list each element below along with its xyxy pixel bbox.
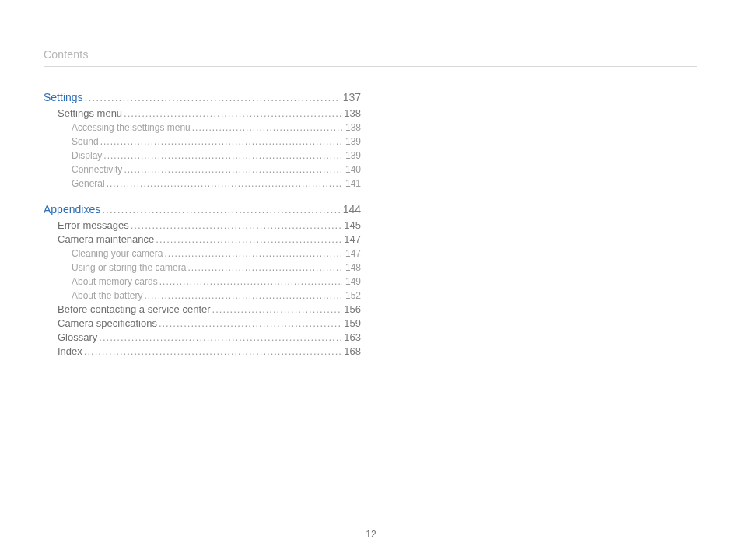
dot-leader <box>159 318 341 328</box>
toc-subitem-label: Using or storing the camera <box>72 263 186 272</box>
toc-item-camera-specs[interactable]: Camera specifications 159 <box>58 318 361 328</box>
toc-column: Settings 137 Settings menu 138 Accessing… <box>44 92 361 356</box>
dot-leader <box>100 137 342 146</box>
toc-subitem-sound[interactable]: Sound 139 <box>72 137 361 146</box>
toc-page: 163 <box>344 332 361 342</box>
toc-subitem-label: Display <box>72 151 102 160</box>
toc-page: 145 <box>344 220 361 230</box>
toc-item-label: Index <box>58 346 82 356</box>
toc-subitem-cleaning[interactable]: Cleaning your camera 147 <box>72 249 361 258</box>
dot-leader <box>124 165 342 174</box>
toc-item-camera-maintenance[interactable]: Camera maintenance 147 <box>58 234 361 244</box>
toc-page: 141 <box>345 179 361 188</box>
toc-page: 139 <box>345 151 361 160</box>
dot-leader <box>99 332 341 342</box>
toc-item-glossary[interactable]: Glossary 163 <box>58 332 361 342</box>
toc-subitem-label: Connectivity <box>72 165 122 174</box>
dot-leader <box>84 346 341 356</box>
dot-leader <box>124 108 341 118</box>
dot-leader <box>164 249 342 258</box>
toc-subitem-battery[interactable]: About the battery 152 <box>72 291 361 300</box>
toc-subitem-label: Cleaning your camera <box>72 249 163 258</box>
toc-page: 159 <box>344 318 361 328</box>
toc-item-label: Settings menu <box>58 108 122 118</box>
toc-subitem-storing[interactable]: Using or storing the camera 148 <box>72 263 361 272</box>
toc-page: 138 <box>345 123 361 132</box>
toc-section-label: Settings <box>44 92 83 103</box>
toc-item-service-center[interactable]: Before contacting a service center 156 <box>58 304 361 314</box>
toc-subitem-display[interactable]: Display 139 <box>72 151 361 160</box>
page-number: 12 <box>0 529 742 540</box>
dot-leader <box>156 234 341 244</box>
toc-page: 137 <box>343 92 361 103</box>
dot-leader <box>192 123 342 132</box>
toc-subitem-accessing[interactable]: Accessing the settings menu 138 <box>72 123 361 132</box>
toc-page: 147 <box>344 234 361 244</box>
toc-page: 148 <box>345 263 361 272</box>
dot-leader <box>103 151 342 160</box>
dot-leader <box>131 220 341 230</box>
toc-item-label: Error messages <box>58 220 129 230</box>
toc-section-label: Appendixes <box>44 204 100 215</box>
toc-page: 168 <box>344 346 361 356</box>
toc-item-label: Camera specifications <box>58 318 157 328</box>
toc-page: 140 <box>345 165 361 174</box>
toc-subitem-label: About memory cards <box>72 277 158 286</box>
toc-page: 147 <box>345 249 361 258</box>
page: Contents Settings 137 Settings menu 138 … <box>0 0 742 560</box>
dot-leader <box>159 277 342 286</box>
toc-section-appendixes[interactable]: Appendixes 144 <box>44 204 361 215</box>
dot-leader <box>144 291 342 300</box>
toc-page: 144 <box>343 204 361 215</box>
dot-leader <box>107 179 342 188</box>
toc-subitem-memory-cards[interactable]: About memory cards 149 <box>72 277 361 286</box>
toc-item-label: Camera maintenance <box>58 234 154 244</box>
dot-leader <box>187 263 342 272</box>
toc-subitem-label: Accessing the settings menu <box>72 123 191 132</box>
contents-header: Contents <box>44 48 697 67</box>
toc-page: 138 <box>344 108 361 118</box>
toc-page: 152 <box>345 291 361 300</box>
toc-page: 149 <box>345 277 361 286</box>
toc-item-label: Before contacting a service center <box>58 304 211 314</box>
toc-subitem-label: General <box>72 179 105 188</box>
toc-subitem-label: About the battery <box>72 291 142 300</box>
toc-section-settings[interactable]: Settings 137 <box>44 92 361 103</box>
toc-subitem-label: Sound <box>72 137 99 146</box>
toc-subitem-connectivity[interactable]: Connectivity 140 <box>72 165 361 174</box>
toc-item-index[interactable]: Index 168 <box>58 346 361 356</box>
dot-leader <box>102 204 339 215</box>
toc-page: 139 <box>345 137 361 146</box>
toc-page: 156 <box>344 304 361 314</box>
dot-leader <box>85 92 340 103</box>
toc-subitem-general[interactable]: General 141 <box>72 179 361 188</box>
toc-item-settings-menu[interactable]: Settings menu 138 <box>58 108 361 118</box>
toc-item-error-messages[interactable]: Error messages 145 <box>58 220 361 230</box>
toc-item-label: Glossary <box>58 332 97 342</box>
dot-leader <box>212 304 341 314</box>
